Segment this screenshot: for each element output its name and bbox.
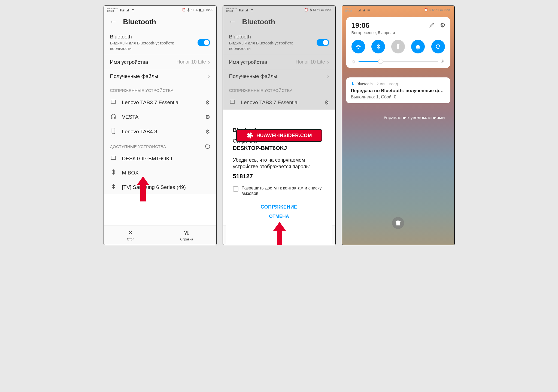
device-name-row[interactable]: Имя устройства Honor 10 Lite ›	[104, 55, 216, 69]
wifi-icon: ≋	[367, 8, 370, 12]
notification-time: 2 мин назад	[377, 82, 398, 86]
device-name-row: Имя устройства Honor 10 Lite ›	[223, 55, 335, 69]
bluetooth-icon	[110, 169, 117, 176]
battery-icon	[199, 8, 205, 11]
time-label: 19:00	[325, 8, 332, 11]
paired-device-row[interactable]: Lenovo TAB4 8 ⚙	[104, 124, 216, 139]
stop-button[interactable]: ✕ Стоп	[127, 229, 134, 241]
cancel-button[interactable]: ОТМЕНА	[233, 214, 325, 219]
huawei-logo-icon	[246, 132, 254, 139]
available-device-row[interactable]: MIBOX	[104, 165, 216, 180]
phone-screenshot-3: MTS RUS Tinkoff ◢ ◢ ≋ ⏰ ᛒ 55 % ▭ 19:00 1…	[342, 5, 455, 245]
signal-icon: ◢	[363, 8, 365, 12]
carrier-label: Tinkoff	[226, 10, 237, 12]
page-header: ← Bluetooth	[223, 14, 335, 30]
received-files-row[interactable]: Полученные файлы ›	[104, 69, 216, 83]
bluetooth-icon	[187, 8, 190, 12]
brightness-slider[interactable]: ☼ ☀	[351, 58, 445, 64]
svg-rect-2	[204, 10, 204, 11]
bluetooth-toggle-row[interactable]: Bluetooth Видимый для Bluetooth-устройст…	[104, 30, 216, 55]
status-bar: MTS RUS Tinkoff ▮◢ ◢ ⏰ 51 % 19:00	[104, 6, 216, 14]
pair-code: 518127	[233, 173, 325, 180]
paired-device-row: Lenovo TAB3 7 Essential ⚙	[223, 95, 335, 110]
chevron-right-icon: ›	[327, 59, 329, 65]
gear-icon[interactable]: ⚙	[205, 128, 210, 135]
available-device-row[interactable]: [TV] Samsung 6 Series (49)	[104, 180, 216, 194]
page-title: Bluetooth	[242, 18, 275, 26]
time-label: 19:00	[444, 8, 451, 11]
carrier-label: Tinkoff	[107, 10, 118, 12]
bluetooth-icon: ᛒ	[429, 8, 431, 11]
qs-bluetooth[interactable]	[371, 40, 385, 53]
paired-device-row[interactable]: VESTA ⚙	[104, 110, 216, 124]
device-name-label: Имя устройства	[110, 59, 148, 65]
quick-settings-panel: 19:06 Воскресенье, 5 апреля ⚙	[346, 17, 450, 68]
section-label: СОПРЯЖЕННЫЕ УСТРОЙСТВА	[229, 88, 293, 93]
device-label: VESTA	[122, 114, 200, 120]
help-icon: ?⃝	[180, 229, 193, 236]
qs-notifications[interactable]	[411, 40, 425, 53]
qs-rotate[interactable]	[431, 40, 445, 53]
download-icon: ⬇	[351, 81, 354, 86]
bluetooth-sublabel: Видимый для Bluetooth-устройств поблизос…	[110, 40, 186, 51]
paired-devices-header: СОПРЯЖЕННЫЕ УСТРОЙСТВА	[104, 83, 216, 95]
section-label: СОПРЯЖЕННЫЕ УСТРОЙСТВА	[110, 88, 174, 93]
bluetooth-label: Bluetooth	[229, 34, 305, 40]
bluetooth-toggle[interactable]	[198, 39, 210, 46]
page-title: Bluetooth	[123, 18, 156, 26]
signal-icon: ▮◢	[120, 8, 124, 12]
chevron-right-icon: ›	[327, 73, 329, 79]
help-button[interactable]: ?⃝ Справка	[180, 229, 193, 241]
bluetooth-sublabel: Видимый для Bluetooth-устройств поблизос…	[229, 40, 305, 51]
svg-rect-5	[111, 156, 115, 159]
laptop-icon	[110, 155, 117, 162]
signal-icon: ▮◢	[239, 8, 243, 12]
phone-screenshot-2: MTS RUS Tinkoff ▮◢ ◢ ⏰ 51 % ▭ 19:00 ←	[223, 5, 336, 245]
checkbox-label: Разрешить доступ к контактам и списку вы…	[242, 185, 325, 197]
gear-icon[interactable]: ⚙	[440, 22, 445, 29]
gear-icon[interactable]: ⚙	[205, 114, 210, 120]
qs-flashlight[interactable]	[391, 40, 405, 53]
allow-contacts-row[interactable]: Разрешить доступ к контактам и списку вы…	[233, 185, 325, 197]
close-icon: ✕	[127, 229, 134, 236]
wifi-icon	[131, 8, 135, 12]
time-label: 19:00	[206, 8, 213, 11]
svg-rect-4	[112, 128, 115, 134]
bluetooth-label: Bluetooth	[110, 34, 186, 40]
notification-card[interactable]: ⬇ Bluetooth 2 мин назад Передача по Blue…	[346, 77, 450, 103]
battery-icon: ▭	[440, 8, 443, 12]
status-bar: MTS RUS Tinkoff ▮◢ ◢ ⏰ 51 % ▭ 19:00	[223, 6, 335, 14]
device-name-label: Имя устройства	[229, 59, 267, 65]
signal-icon: ◢	[126, 8, 129, 12]
edit-icon[interactable]	[429, 22, 435, 29]
available-device-row[interactable]: DESKTOP-BMT6OKJ	[104, 152, 216, 165]
device-name-value: Honor 10 Lite	[296, 59, 325, 65]
slider-thumb[interactable]	[378, 59, 383, 64]
qs-wifi[interactable]	[351, 40, 365, 53]
back-arrow-icon[interactable]: ←	[229, 17, 236, 26]
available-devices-header: ДОСТУПНЫЕ УСТРОЙСТВА	[104, 139, 216, 152]
wifi-icon	[250, 8, 254, 12]
loading-spinner-icon	[205, 144, 210, 149]
pair-button[interactable]: СОПРЯЖЕНИЕ	[233, 204, 325, 210]
sun-dim-icon: ☼	[351, 59, 356, 64]
highlight-arrow-icon	[273, 222, 286, 245]
received-files-label: Полученные файлы	[110, 73, 158, 79]
back-arrow-icon[interactable]: ←	[110, 17, 117, 26]
device-label: MIBOX	[122, 170, 210, 176]
manage-notifications-link[interactable]: Управление уведомлениями	[383, 115, 445, 120]
signal-icon: ◢	[245, 8, 248, 12]
button-label: Стоп	[127, 237, 134, 241]
checkbox[interactable]	[233, 186, 238, 192]
svg-rect-3	[111, 100, 115, 103]
alarm-icon: ⏰	[182, 8, 186, 12]
received-files-label: Полученные файлы	[229, 73, 277, 79]
paired-device-row[interactable]: Lenovo TAB3 7 Essential ⚙	[104, 95, 216, 110]
headphones-icon	[110, 113, 117, 120]
clear-all-button[interactable]	[392, 217, 404, 229]
highlight-arrow-icon	[137, 176, 149, 201]
gear-icon[interactable]: ⚙	[205, 99, 210, 106]
device-label: [TV] Samsung 6 Series (49)	[122, 184, 210, 190]
pair-message: Убедитесь, что на сопрягаемом устройстве…	[233, 157, 325, 170]
notification-title: Передача по Bluetooth: полученные фа...	[351, 88, 445, 94]
